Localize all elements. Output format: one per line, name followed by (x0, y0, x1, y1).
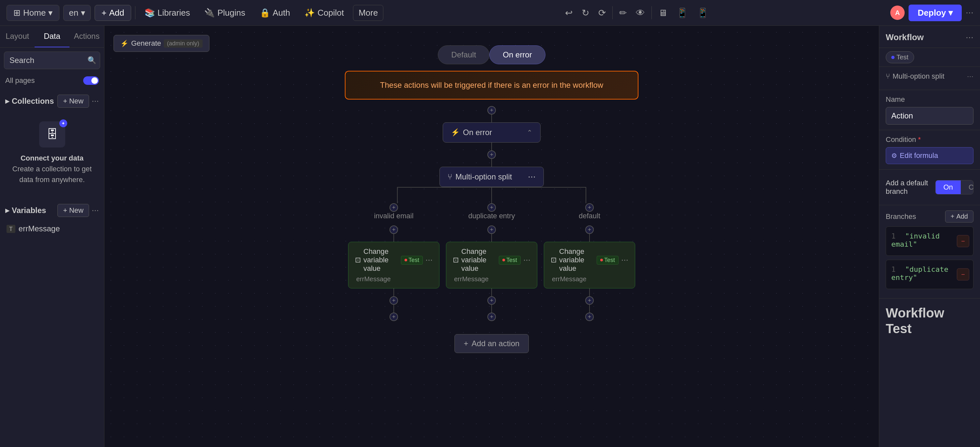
book-icon: 📚 (145, 8, 155, 18)
top-more-button[interactable]: ⋯ (966, 8, 974, 17)
multi-option-node[interactable]: ⑂ Multi-option split ⋯ (439, 167, 544, 187)
desktop-button[interactable]: 🖥 (656, 5, 670, 21)
branch-plus-1c[interactable]: + (390, 296, 398, 305)
add-action-button[interactable]: + Add an action (455, 334, 529, 353)
search-container: 🔍 (4, 52, 100, 69)
node-more-icon: ⋯ (528, 172, 536, 181)
deploy-label: Deploy (918, 8, 946, 17)
section-more-button[interactable]: ⋯ (967, 72, 974, 80)
more-label: More (358, 8, 378, 17)
variables-more-button[interactable]: ⋯ (92, 206, 99, 215)
collections-new-button[interactable]: + New (57, 95, 89, 108)
branch-plus-3[interactable]: + (585, 203, 594, 212)
multi-option-section: ⑂ Multi-option split ⋯ (879, 67, 980, 90)
v-line-2 (491, 143, 492, 150)
new-label: New (69, 97, 84, 105)
variables-actions: + New ⋯ (57, 204, 99, 217)
plus-icon: + (63, 97, 67, 105)
tab-layout[interactable]: Layout (0, 26, 35, 47)
branch-plus-2[interactable]: + (487, 203, 496, 212)
admin-badge: (admin only) (164, 40, 203, 48)
generate-bar[interactable]: ⚡ Generate (admin only) (113, 35, 210, 52)
off-button[interactable]: Off (961, 180, 974, 194)
separator (135, 6, 135, 19)
var-name-1: errMessage (355, 275, 433, 283)
remove-branch-1-button[interactable]: − (957, 235, 969, 247)
required-star: * (918, 135, 921, 144)
branch-plus-3c[interactable]: + (585, 296, 594, 305)
on-button[interactable]: On (935, 180, 961, 194)
copilot-button[interactable]: ✨ Copilot (299, 5, 349, 21)
language-button[interactable]: en ▾ (63, 5, 91, 21)
all-pages-row: All pages (0, 73, 104, 88)
mobile-button[interactable]: 📱 (695, 5, 711, 21)
connector-plus-1[interactable]: + (487, 106, 496, 115)
home-button[interactable]: ⊞ Home ▾ (6, 5, 59, 21)
remove-branch-2-button[interactable]: − (957, 269, 969, 281)
lightning-icon: ⚡ (120, 40, 129, 47)
branch-plus-2b[interactable]: + (487, 226, 496, 234)
edit-formula-label: Edit formula (900, 151, 938, 160)
puzzle-icon: 🔌 (204, 8, 215, 18)
branch-col-1: + invalid email + ⊡ Change variable valu… (348, 203, 439, 321)
auth-button[interactable]: 🔒 Auth (255, 5, 296, 21)
error-banner: These actions will be triggered if there… (345, 71, 638, 100)
deploy-button[interactable]: Deploy ▾ (908, 5, 962, 21)
search-input[interactable] (4, 52, 100, 69)
test-tag[interactable]: Test (886, 51, 914, 63)
branch-vline-1b (393, 288, 394, 296)
collections-actions: + New ⋯ (57, 95, 99, 108)
branches-label: Branches (886, 212, 916, 221)
add-label: Add (109, 8, 124, 18)
panel-more-button[interactable]: ⋯ (966, 33, 974, 42)
workflow-tabs: Default On error (345, 45, 638, 64)
edit-formula-button[interactable]: ⚙ Edit formula (886, 147, 974, 164)
name-input[interactable] (886, 107, 974, 125)
line-num-2: 1 (891, 265, 896, 274)
add-button[interactable]: + Add (95, 5, 131, 21)
tab-data[interactable]: Data (35, 26, 69, 47)
branch-plus-1b[interactable]: + (390, 226, 398, 234)
dot-3 (600, 259, 603, 261)
add-branch-button[interactable]: + Add (945, 210, 974, 223)
preview-button[interactable]: 👁 (633, 5, 648, 21)
redo-button[interactable]: ↻ (579, 5, 592, 21)
more-button[interactable]: More (353, 5, 383, 21)
workflow-test-name: Workflow Test (886, 305, 974, 336)
variables-new-button[interactable]: + New (57, 204, 89, 217)
plus-icon: + (951, 213, 955, 220)
tablet-button[interactable]: 📱 (674, 5, 690, 21)
line-num-1: 1 (891, 232, 896, 240)
undo-button[interactable]: ↩ (562, 5, 575, 21)
connector-plus-2[interactable]: + (487, 150, 496, 159)
collections-more-button[interactable]: ⋯ (92, 97, 99, 105)
libraries-button[interactable]: 📚 Libraries (139, 5, 196, 21)
var-name-3: errMessage (550, 275, 628, 283)
collections-label: Collections (12, 97, 54, 106)
branch-plus-1[interactable]: + (390, 203, 398, 212)
edit-button[interactable]: ✏ (617, 5, 629, 21)
badge-2: Test (499, 256, 521, 265)
workflow-title: Workflow (886, 32, 924, 42)
refresh-button[interactable]: ⟳ (596, 5, 608, 21)
branch-plus-3b[interactable]: + (585, 226, 594, 234)
node-more-1[interactable]: ⋯ (425, 256, 433, 264)
right-panel: Workflow ⋯ Test ⑂ Multi-option split ⋯ N… (879, 26, 980, 447)
workflow-tag-row: Test (879, 48, 980, 67)
branch-plus-2c[interactable]: + (487, 296, 496, 305)
collections-title: ▸ Collections (5, 97, 54, 106)
tab-on-error[interactable]: On error (489, 45, 545, 64)
sidebar-tabs: Layout Data Actions (0, 26, 104, 48)
on-error-node[interactable]: ⚡ On error ⌃ (443, 122, 541, 143)
plugins-button[interactable]: 🔌 Plugins (199, 5, 250, 21)
node-more-3[interactable]: ⋯ (621, 256, 628, 264)
split-icon: ⑂ (886, 72, 890, 81)
chevron-right-icon: ▸ (5, 97, 9, 106)
chevron-down-icon: ▾ (81, 8, 85, 18)
branch-label-1: invalid email (374, 212, 413, 220)
shield-icon: 🔒 (260, 8, 270, 18)
tab-actions[interactable]: Actions (70, 26, 104, 47)
tab-default[interactable]: Default (438, 45, 489, 64)
all-pages-toggle[interactable] (83, 76, 99, 85)
node-more-2[interactable]: ⋯ (523, 256, 530, 264)
